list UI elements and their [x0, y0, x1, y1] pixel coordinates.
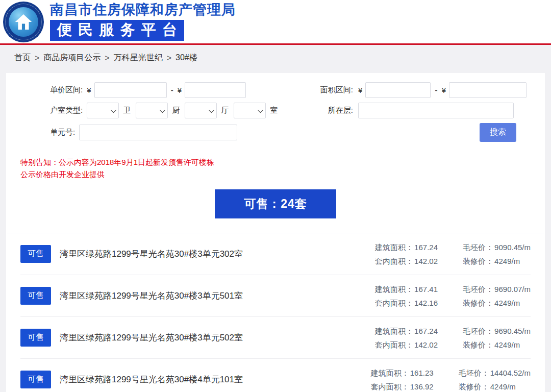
- bare-price-label: 毛坯价：: [463, 285, 493, 293]
- decoration-price-value: 4249/m: [494, 257, 520, 265]
- breadcrumb-separator: >: [167, 54, 171, 63]
- breadcrumb-current-building: 30#楼: [176, 53, 197, 63]
- inner-area-value: 142.16: [414, 299, 438, 307]
- listing-address: 湾里区绿苑路1299号星光名苑30#楼3单元302室: [60, 248, 243, 260]
- decoration-price-value: 4249/m: [494, 299, 520, 307]
- special-notice: 特别告知：公示内容为2018年9月1日起新发预售许可楼栋 公示价格由开发企业提供: [20, 156, 545, 181]
- bare-price-label: 毛坯价：: [463, 327, 493, 335]
- yen-symbol: ¥: [87, 86, 91, 94]
- yen-symbol: ¥: [358, 86, 362, 94]
- listing-row[interactable]: 可售 湾里区绿苑路1299号星光名苑30#楼3单元502室 建筑面积：167.2…: [20, 317, 531, 359]
- area-range-label: 面积区间:: [312, 85, 353, 95]
- chevron-down-icon: [209, 107, 214, 112]
- form-row-3: 单元号: 搜索: [6, 123, 545, 142]
- bare-price-label: 毛坯价：: [459, 369, 489, 377]
- breadcrumb: 首页 > 商品房项目公示 > 万科星光世纪 > 30#楼: [0, 45, 551, 71]
- breadcrumb-separator: >: [35, 54, 39, 63]
- area-max-input[interactable]: [449, 82, 527, 98]
- building-area-value: 167.41: [414, 285, 438, 293]
- floor-input[interactable]: [358, 103, 514, 118]
- inner-area-value: 136.92: [410, 382, 434, 391]
- building-area-label: 建筑面积：: [375, 327, 413, 335]
- org-name: 南昌市住房保障和房产管理局: [50, 3, 236, 18]
- building-area-label: 建筑面积：: [375, 285, 413, 293]
- decoration-price-label: 装修价：: [463, 340, 493, 349]
- inner-area-value: 142.02: [414, 257, 438, 265]
- page-header: 南昌市住房保障和房产管理局 便民服务平台: [0, 0, 551, 45]
- decoration-price-label: 装修价：: [459, 382, 489, 391]
- decoration-price-label: 装修价：: [463, 299, 493, 307]
- unit-no-label: 单元号:: [50, 128, 75, 137]
- bare-price-value: 9690.07/m: [494, 285, 531, 293]
- inner-area-label: 套内面积：: [371, 382, 409, 391]
- kitchen-count-select[interactable]: [136, 103, 168, 118]
- status-badge: 可售: [20, 371, 51, 388]
- floor-label: 所在层:: [312, 106, 353, 115]
- livingroom-count-select[interactable]: [185, 103, 217, 118]
- breadcrumb-home[interactable]: 首页: [14, 53, 31, 63]
- notice-line-1: 特别告知：公示内容为2018年9月1日起新发预售许可楼栋: [20, 156, 545, 168]
- building-area-value: 161.23: [410, 369, 434, 377]
- listing-details: 建筑面积：167.24 毛坯价：9090.45/m 套内面积：142.02 装修…: [375, 240, 531, 268]
- range-dash: -: [171, 86, 173, 95]
- bathroom-count-select[interactable]: [87, 103, 119, 118]
- bedroom-unit-label: 室: [270, 106, 278, 115]
- kitchen-unit-label: 厨: [172, 106, 180, 115]
- notice-line-2: 公示价格由开发企业提供: [20, 168, 545, 181]
- building-area-value: 167.24: [414, 243, 438, 252]
- inner-area-label: 套内面积：: [375, 340, 413, 349]
- building-area-label: 建筑面积：: [371, 369, 409, 377]
- inner-area-value: 142.02: [414, 340, 438, 349]
- listing-row[interactable]: 可售 湾里区绿苑路1299号星光名苑30#楼4单元101室 建筑面积：161.2…: [20, 359, 531, 392]
- house-icon: [9, 7, 38, 37]
- form-row-2: 户室类型: 卫 厨 厅 室 所在层:: [6, 103, 545, 118]
- price-min-input[interactable]: [94, 82, 167, 98]
- bathroom-unit-label: 卫: [123, 106, 131, 115]
- bedroom-count-select[interactable]: [234, 103, 266, 118]
- bare-price-label: 毛坯价：: [463, 243, 493, 252]
- decoration-price-value: 4249/m: [490, 382, 516, 391]
- unit-type-label: 户室类型:: [50, 106, 83, 115]
- status-badge: 可售: [20, 287, 51, 305]
- listing-address: 湾里区绿苑路1299号星光名苑30#楼3单元502室: [60, 332, 243, 344]
- platform-title: 便民服务平台: [50, 20, 184, 40]
- price-max-input[interactable]: [185, 82, 246, 98]
- bare-price-value: 9090.45/m: [494, 243, 531, 252]
- bare-price-value: 9690.45/m: [494, 327, 531, 335]
- agency-logo: [3, 2, 44, 42]
- bare-price-value: 14404.52/m: [490, 369, 531, 377]
- listing-details: 建筑面积：167.41 毛坯价：9690.07/m 套内面积：142.16 装修…: [375, 282, 531, 310]
- yen-symbol: ¥: [442, 86, 446, 94]
- area-min-input[interactable]: [365, 82, 431, 98]
- status-badge: 可售: [20, 329, 51, 347]
- building-area-label: 建筑面积：: [375, 243, 413, 252]
- decoration-price-label: 装修价：: [463, 257, 493, 265]
- inner-area-label: 套内面积：: [375, 299, 413, 307]
- range-dash: -: [435, 86, 437, 95]
- search-button[interactable]: 搜索: [480, 123, 516, 142]
- listing-details: 建筑面积：167.24 毛坯价：9690.45/m 套内面积：142.02 装修…: [375, 324, 531, 352]
- listing-details: 建筑面积：161.23 毛坯价：14404.52/m 套内面积：136.92 装…: [371, 366, 531, 392]
- listing-address: 湾里区绿苑路1299号星光名苑30#楼3单元501室: [60, 290, 243, 302]
- breadcrumb-project-list[interactable]: 商品房项目公示: [43, 53, 101, 63]
- listing-row[interactable]: 可售 湾里区绿苑路1299号星光名苑30#楼3单元302室 建筑面积：167.2…: [20, 233, 531, 275]
- available-count-banner: 可售：24套: [215, 189, 336, 218]
- chevron-down-icon: [160, 107, 165, 112]
- livingroom-unit-label: 厅: [221, 106, 229, 115]
- breadcrumb-separator: >: [105, 54, 109, 63]
- unit-no-input[interactable]: [79, 125, 237, 140]
- content-card: 单价区间: ¥ - ¥ 面积区间: ¥ - ¥ 户室类型: 卫 厨 厅 室: [6, 73, 545, 392]
- listing-row[interactable]: 可售 湾里区绿苑路1299号星光名苑30#楼3单元501室 建筑面积：167.4…: [20, 275, 531, 317]
- inner-area-label: 套内面积：: [375, 257, 413, 265]
- form-row-1: 单价区间: ¥ - ¥ 面积区间: ¥ - ¥: [6, 82, 545, 98]
- chevron-down-icon: [258, 107, 263, 112]
- building-area-value: 167.24: [414, 327, 438, 335]
- breadcrumb-project[interactable]: 万科星光世纪: [114, 53, 163, 63]
- chevron-down-icon: [111, 107, 116, 112]
- yen-symbol: ¥: [178, 86, 182, 94]
- listing-address: 湾里区绿苑路1299号星光名苑30#楼4单元101室: [60, 374, 243, 385]
- status-badge: 可售: [20, 245, 51, 263]
- decoration-price-value: 4249/m: [494, 340, 520, 349]
- price-range-label: 单价区间:: [50, 85, 83, 95]
